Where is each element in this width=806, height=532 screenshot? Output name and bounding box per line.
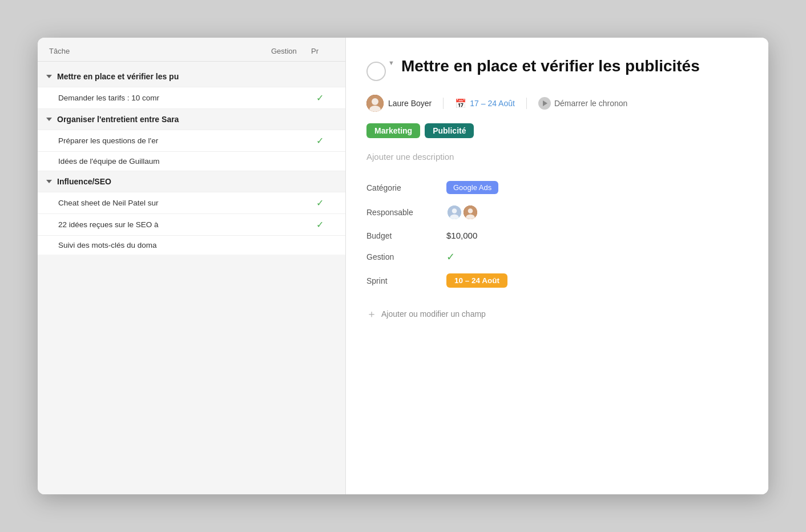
task-item-5-text: 22 idées reçues sur le SEO à	[58, 220, 305, 229]
task-item-2[interactable]: Préparer les questions de l'er ✓	[38, 130, 345, 152]
budget-value: $10,000	[446, 231, 477, 240]
task-group-1[interactable]: Mettre en place et vérifier les pu	[38, 66, 345, 87]
task-group-3[interactable]: Influence/SEO	[38, 171, 345, 192]
add-field-icon: ＋	[366, 307, 377, 321]
field-label-sprint: Sprint	[366, 276, 435, 285]
avatar-resp2-svg	[464, 204, 477, 220]
group2-arrow	[45, 115, 54, 124]
task-meta-row: Laure Boyer 📅 17 – 24 Août Démarrer le c…	[366, 95, 748, 112]
group1-arrow	[45, 72, 54, 81]
task-check-4: ✓	[305, 198, 334, 208]
status-dropdown-arrow[interactable]: ▼	[388, 59, 394, 66]
tags-row: Marketing Publicité	[366, 123, 748, 138]
task-item-1[interactable]: Demander les tarifs : 10 comr ✓	[38, 87, 345, 109]
svg-point-4	[452, 208, 457, 213]
svg-point-7	[468, 208, 473, 213]
col-tache-header: Tâche	[49, 47, 271, 55]
svg-point-5	[450, 214, 458, 220]
check-icon-4: ✓	[316, 198, 324, 208]
task-group-2[interactable]: Organiser l'entretient entre Sara	[38, 109, 345, 130]
task-item-5[interactable]: 22 idées reçues sur le SEO à ✓	[38, 214, 345, 236]
assignee-name: Laure Boyer	[388, 99, 432, 108]
date-range-text: 17 – 24 Août	[470, 99, 515, 108]
task-status-circle[interactable]	[366, 62, 386, 81]
field-label-categorie: Catégorie	[366, 183, 435, 192]
tag-publicite[interactable]: Publicité	[425, 123, 474, 138]
task-detail-panel: ▼ Mettre en place et vérifier les public…	[346, 38, 768, 494]
gestion-check: ✓	[446, 251, 455, 263]
field-row-gestion: Gestion ✓	[366, 251, 748, 263]
avatar-responsable-2	[462, 204, 478, 220]
play-triangle	[543, 100, 547, 106]
field-value-categorie[interactable]: Google Ads	[446, 181, 498, 194]
group3-arrow	[45, 177, 54, 186]
calendar-icon: 📅	[455, 98, 466, 109]
group1-title: Mettre en place et vérifier les pu	[57, 72, 179, 81]
task-list-panel: Tâche Gestion Pr Mettre en place et véri…	[38, 38, 346, 494]
task-item-6-text: Suivi des mots-clés du doma	[58, 241, 305, 249]
meta-divider-2	[526, 98, 527, 109]
date-range[interactable]: 📅 17 – 24 Août	[455, 98, 515, 109]
description-placeholder[interactable]: Ajouter une description	[366, 150, 748, 164]
check-icon-5: ✓	[316, 219, 324, 230]
field-value-responsable[interactable]	[446, 204, 478, 220]
avatar-resp1-svg	[448, 204, 461, 220]
group2-title: Organiser l'entretient entre Sara	[57, 115, 179, 124]
task-main-title: Mettre en place et vérifier les publicit…	[401, 56, 748, 76]
task-item-3-text: Idées de l'équipe de Guillaum	[58, 157, 305, 166]
chrono-label: Démarrer le chronon	[554, 99, 627, 108]
field-label-gestion: Gestion	[366, 252, 435, 261]
check-icon-1: ✓	[316, 92, 324, 103]
field-row-categorie: Catégorie Google Ads	[366, 181, 748, 194]
field-label-responsable: Responsable	[366, 208, 435, 217]
task-title-row: ▼ Mettre en place et vérifier les public…	[366, 56, 748, 81]
avatar-svg	[366, 95, 384, 112]
task-item-2-text: Préparer les questions de l'er	[58, 136, 305, 145]
sprint-badge[interactable]: 10 – 24 Août	[446, 273, 507, 288]
task-item-4[interactable]: Cheat sheet de Neil Patel sur ✓	[38, 192, 345, 214]
tag-marketing[interactable]: Marketing	[366, 123, 420, 138]
col-pr-header: Pr	[311, 47, 334, 55]
field-value-budget[interactable]: $10,000	[446, 231, 477, 240]
check-icon-2: ✓	[316, 135, 324, 146]
field-row-budget: Budget $10,000	[366, 231, 748, 240]
task-check-5: ✓	[305, 219, 334, 230]
task-item-3[interactable]: Idées de l'équipe de Guillaum	[38, 152, 345, 171]
field-row-responsable: Responsable	[366, 204, 748, 220]
task-list-header: Tâche Gestion Pr	[38, 38, 345, 62]
status-control[interactable]: ▼	[366, 59, 394, 81]
task-item-4-text: Cheat sheet de Neil Patel sur	[58, 199, 305, 207]
field-label-budget: Budget	[366, 231, 435, 240]
assignee[interactable]: Laure Boyer	[366, 95, 432, 112]
field-row-sprint: Sprint 10 – 24 Août	[366, 273, 748, 288]
meta-divider-1	[443, 98, 444, 109]
task-item-1-text: Demander les tarifs : 10 comr	[58, 94, 305, 102]
task-list-body: Mettre en place et vérifier les pu Deman…	[38, 62, 345, 259]
add-field-row[interactable]: ＋ Ajouter ou modifier un champ	[366, 305, 748, 323]
group3-title: Influence/SEO	[57, 177, 111, 186]
task-item-6[interactable]: Suivi des mots-clés du doma	[38, 236, 345, 255]
task-check-1: ✓	[305, 92, 334, 103]
avatar-responsable-1	[446, 204, 462, 220]
badge-google-ads[interactable]: Google Ads	[446, 181, 498, 194]
field-value-sprint[interactable]: 10 – 24 Août	[446, 273, 507, 288]
app-container: Tâche Gestion Pr Mettre en place et véri…	[38, 38, 768, 494]
avatar-assignee	[366, 95, 384, 112]
task-check-2: ✓	[305, 135, 334, 146]
play-icon	[538, 97, 551, 110]
svg-point-8	[466, 214, 474, 220]
col-gestion-header: Gestion	[271, 47, 311, 55]
add-field-label: Ajouter ou modifier un champ	[381, 309, 486, 319]
fields-section: Catégorie Google Ads Responsable	[366, 181, 748, 288]
svg-point-1	[372, 98, 378, 105]
chrono-button[interactable]: Démarrer le chronon	[538, 97, 627, 110]
field-value-gestion[interactable]: ✓	[446, 251, 455, 263]
